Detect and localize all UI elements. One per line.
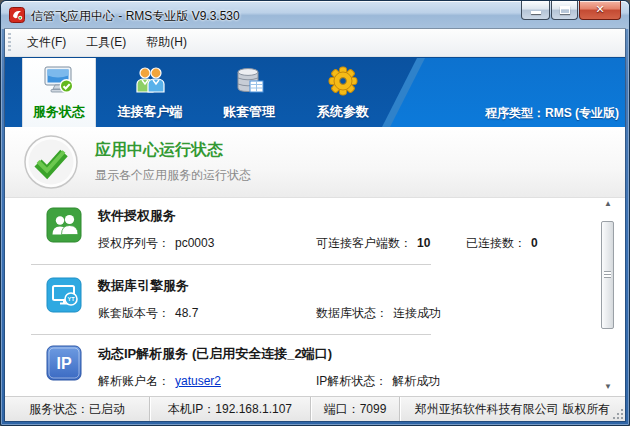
title-bar[interactable]: 信管飞应用中心 - RMS专业版 V9.3.530 ✕ [1,1,629,29]
menu-file[interactable]: 文件(F) [17,29,76,56]
status-copyright: 郑州亚拓软件科技有限公司 版权所有 [400,397,625,421]
status-bar: 服务状态：已启动 本机IP：192.168.1.107 端口：7099 郑州亚拓… [5,396,625,421]
app-logo-icon [9,7,25,23]
resolve-account-link[interactable]: yatuser2 [175,374,221,388]
field-database-status: 数据库状态：连接成功 [316,305,441,322]
resize-grip[interactable] [612,408,624,420]
maximize-button[interactable] [551,1,578,20]
users-icon [132,61,168,101]
status-service-state: 服务状态：已启动 [5,397,150,421]
status-local-ip: 本机IP：192.168.1.107 [150,397,311,421]
status-port: 端口：7099 [311,397,400,421]
menu-grip-handle[interactable] [8,33,11,53]
scrollbar-thumb[interactable] [601,221,614,329]
row-separator [31,334,431,335]
database-monitor-icon: YT [46,277,82,313]
app-window: 信管飞应用中心 - RMS专业版 V9.3.530 ✕ 文件(F) 工具(E) … [0,0,630,426]
monitor-check-icon [42,61,76,101]
program-type-label: 程序类型：RMS (专业版) [485,105,619,122]
scroll-up-button[interactable]: ▲ [600,197,616,211]
main-content: 应用中心运行状态 显示各个应用服务的运行状态 软件授权服务 [5,127,625,396]
field-resolve-account: 解析账户名：yatuser2 [98,373,221,390]
yt-badge-text: YT [67,296,75,302]
ip-icon-text: IP [56,355,71,372]
ip-icon: IP [46,345,82,381]
window-title: 信管飞应用中心 - RMS专业版 V9.3.530 [31,8,240,25]
minimize-button[interactable] [521,1,550,20]
service-row-license: 软件授权服务 授权序列号：pc0003 可连接客户端数：10 已连接数：0 [5,201,595,263]
tab-label: 连接客户端 [118,103,183,121]
menu-help[interactable]: 帮助(H) [136,29,197,56]
row-separator [31,264,431,265]
service-row-database: YT 数据库引擎服务 账套版本号：48.7 数据库状态：连接成功 [5,271,595,333]
gear-icon [326,61,360,101]
header-subtitle: 显示各个应用服务的运行状态 [95,167,251,184]
field-max-clients: 可连接客户端数：10 [316,235,430,252]
tab-system-parameters[interactable]: 系统参数 [299,58,387,127]
scroll-down-button[interactable]: ▼ [600,380,616,394]
database-icon [232,61,266,101]
tab-account-management[interactable]: 账套管理 [203,58,295,127]
close-button[interactable]: ✕ [579,1,621,20]
scrollbar-grip [604,271,611,278]
minimize-icon [531,11,541,14]
field-connected-count: 已连接数：0 [466,235,538,252]
big-green-check-icon [23,134,79,190]
service-name: 软件授权服务 [98,207,176,225]
service-row-ip: IP 动态IP解析服务 (已启用安全连接_2端口) 解析账户名：yatuser2… [5,339,595,396]
field-account-version: 账套版本号：48.7 [98,305,198,322]
maximize-icon [560,6,570,14]
status-header: 应用中心运行状态 显示各个应用服务的运行状态 [5,127,625,198]
tab-connected-clients[interactable]: 连接客户端 [101,58,199,127]
tab-label: 系统参数 [317,103,369,121]
service-name: 数据库引擎服务 [98,277,189,295]
close-icon: ✕ [580,3,620,16]
tab-service-status[interactable]: 服务状态 [23,58,95,127]
menu-tools[interactable]: 工具(E) [76,29,136,56]
field-ip-status: IP解析状态：解析成功 [316,373,440,390]
field-license-serial: 授权序列号：pc0003 [98,235,214,252]
menu-bar: 文件(F) 工具(E) 帮助(H) [5,29,625,57]
vertical-scrollbar[interactable]: ▲ ▼ [600,197,616,394]
toolbar: 服务状态 连接客户端 [5,57,625,127]
service-name: 动态IP解析服务 (已启用安全连接_2端口) [98,345,332,363]
license-users-icon [46,207,82,243]
header-title: 应用中心运行状态 [95,140,223,161]
tab-label: 服务状态 [33,103,85,121]
tab-label: 账套管理 [223,103,275,121]
